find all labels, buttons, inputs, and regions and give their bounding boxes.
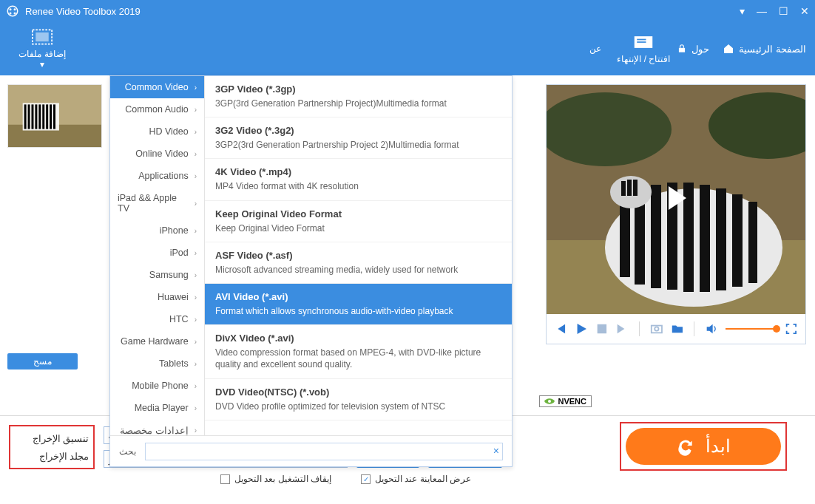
effects-alt-label: عن: [589, 44, 601, 54]
format-item[interactable]: ASF Video (*.asf)Microsoft advanced stre…: [205, 242, 512, 284]
stop-after-checkbox[interactable]: [220, 474, 230, 484]
minimize-button[interactable]: —: [757, 5, 767, 17]
format-category[interactable]: Applications›: [110, 165, 204, 187]
svg-point-43: [655, 327, 658, 330]
format-category[interactable]: iPhone›: [110, 219, 204, 242]
svg-rect-38: [621, 181, 626, 196]
snapshot-button[interactable]: [650, 322, 663, 336]
format-item[interactable]: 4K Video (*.mp4)MP4 Video format with 4K…: [205, 159, 512, 200]
format-item[interactable]: DivX Video (*.avi)Video compression form…: [205, 325, 512, 378]
chevron-right-icon: ›: [195, 200, 197, 208]
chevron-right-icon: ›: [195, 338, 197, 346]
settings-dropdown-icon[interactable]: ▾: [740, 5, 745, 17]
format-item-desc: Microsoft advanced streaming media, wide…: [215, 264, 501, 276]
nvenc-label: NVENC: [558, 397, 586, 406]
category-label: Common Video: [125, 82, 189, 92]
stop-after-label: إيقاف التشغيل بعد التحويل: [234, 474, 331, 484]
add-files-button[interactable]: إضافة ملفات ▾: [9, 28, 75, 69]
format-item-desc: DVD Video profile optimized for televisi…: [215, 401, 501, 412]
search-label: بحث: [119, 446, 136, 457]
format-item[interactable]: 3GP Video (*.3gp)3GP(3rd Generation Part…: [205, 76, 512, 118]
film-strip-icon: [32, 28, 53, 46]
video-preview-screen[interactable]: [547, 85, 805, 314]
format-category[interactable]: Huawei›: [110, 286, 204, 308]
format-category[interactable]: HTC›: [110, 308, 204, 330]
volume-slider[interactable]: [726, 328, 777, 330]
format-category[interactable]: Common Video›: [110, 76, 204, 98]
format-category[interactable]: iPad && Apple TV›: [110, 187, 204, 219]
svg-point-1: [10, 8, 12, 10]
play-button[interactable]: [575, 322, 588, 336]
nvenc-badge: NVENC: [539, 395, 592, 407]
folder-button[interactable]: [671, 322, 684, 336]
search-input[interactable]: ×: [145, 443, 503, 460]
format-item-title: 3GP Video (*.3gp): [215, 84, 501, 95]
format-category[interactable]: iPod›: [110, 242, 204, 264]
svg-rect-34: [716, 188, 726, 290]
file-thumbnail[interactable]: [7, 84, 102, 148]
next-button[interactable]: [615, 322, 629, 336]
fullscreen-button[interactable]: [785, 322, 798, 336]
svg-rect-16: [32, 104, 34, 129]
start-button[interactable]: ابدأ: [626, 428, 781, 465]
chevron-right-icon: ›: [195, 227, 197, 235]
effects-button[interactable]: افتتاح / الإنتهاء: [610, 28, 677, 69]
home-link[interactable]: الصفحة الرئيسية: [723, 43, 806, 55]
prev-button[interactable]: [554, 322, 567, 336]
format-category[interactable]: Samsung›: [110, 264, 204, 286]
format-item-title: AVI Video (*.avi): [215, 291, 501, 302]
format-category[interactable]: Tablets›: [110, 353, 204, 375]
chevron-right-icon: ›: [195, 150, 197, 158]
clear-search-icon[interactable]: ×: [493, 445, 499, 457]
category-label: Tablets: [159, 358, 189, 369]
svg-rect-8: [638, 39, 646, 41]
category-label: Online Video: [135, 149, 188, 159]
volume-icon[interactable]: [705, 322, 718, 336]
chevron-right-icon: ›: [195, 360, 197, 368]
category-label: HD Video: [149, 126, 188, 137]
svg-rect-22: [53, 104, 55, 129]
clear-button[interactable]: مسح: [7, 353, 78, 370]
format-category[interactable]: HD Video›: [110, 120, 204, 143]
about-label: حول: [691, 44, 709, 55]
svg-point-0: [7, 6, 18, 16]
home-icon: [723, 43, 734, 55]
effects-alt-button[interactable]: عن: [581, 28, 610, 69]
chevron-right-icon: ›: [195, 84, 197, 92]
preview-checkbox[interactable]: ✓: [361, 474, 371, 484]
category-label: Huawei: [158, 292, 189, 302]
format-category[interactable]: Media Player›: [110, 397, 204, 419]
format-item-desc: Video compression format based on MPEG-4…: [215, 347, 501, 370]
format-category[interactable]: Game Hardware›: [110, 330, 204, 353]
format-category-list: Common Video›Common Audio›HD Video›Onlin…: [110, 76, 205, 435]
format-item-desc: Keep Original Video Format: [215, 222, 501, 234]
category-label: إعدادات مخصصة: [120, 425, 188, 435]
format-item[interactable]: AVI Video (*.avi)Format which allows syn…: [205, 284, 512, 325]
format-item[interactable]: 3G2 Video (*.3g2)3GP2(3rd Generation Par…: [205, 118, 512, 159]
format-category[interactable]: إعدادات مخصصة›: [110, 419, 204, 435]
chevron-right-icon: ›: [195, 293, 197, 302]
start-label: ابدأ: [706, 436, 731, 457]
format-category[interactable]: Online Video›: [110, 143, 204, 165]
svg-point-2: [14, 8, 16, 10]
refresh-icon: [676, 437, 695, 456]
lock-icon: [677, 44, 687, 54]
app-logo-icon: [6, 4, 19, 18]
category-label: Media Player: [135, 403, 189, 413]
category-label: HTC: [169, 314, 189, 324]
format-category[interactable]: Common Audio›: [110, 98, 204, 120]
stop-button[interactable]: [595, 322, 609, 336]
output-folder-label: مجلد الإخراج: [15, 451, 89, 462]
about-link[interactable]: حول: [677, 44, 709, 55]
home-label: الصفحة الرئيسية: [739, 44, 806, 55]
chevron-right-icon: ›: [195, 172, 197, 180]
format-item[interactable]: Keep Original Video FormatKeep Original …: [205, 201, 512, 242]
svg-rect-15: [28, 104, 30, 129]
svg-rect-9: [638, 41, 646, 43]
chevron-right-icon: ›: [195, 404, 197, 412]
format-item[interactable]: DVD Video(NTSC) (*.vob)DVD Video profile…: [205, 379, 512, 420]
maximize-button[interactable]: ☐: [779, 5, 788, 17]
close-button[interactable]: ✕: [800, 5, 809, 17]
format-category[interactable]: Mobile Phone›: [110, 375, 204, 397]
play-overlay-icon[interactable]: [660, 182, 692, 217]
